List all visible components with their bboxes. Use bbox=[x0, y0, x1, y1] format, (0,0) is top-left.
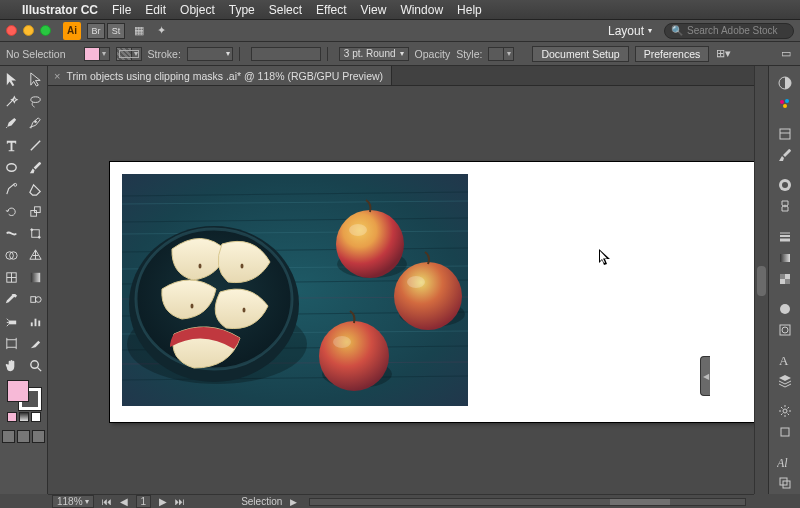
artboard-tool[interactable] bbox=[0, 332, 24, 354]
gradient-panel-icon[interactable] bbox=[769, 247, 801, 269]
pathfinder-panel-icon[interactable] bbox=[769, 472, 801, 494]
arrange-documents-button[interactable]: ▦ bbox=[131, 23, 147, 39]
transparency-panel-icon[interactable] bbox=[769, 268, 801, 290]
align-panel-icon[interactable]: Al bbox=[769, 451, 801, 473]
opacity-label[interactable]: Opacity bbox=[415, 48, 451, 60]
width-tool[interactable] bbox=[0, 222, 24, 244]
menu-edit[interactable]: Edit bbox=[145, 3, 166, 17]
stroke-weight-input[interactable]: ▾ bbox=[187, 47, 233, 61]
placed-image[interactable] bbox=[122, 174, 468, 406]
artboard-prev-icon[interactable]: ◀ bbox=[120, 496, 128, 507]
draw-inside[interactable] bbox=[32, 430, 45, 443]
graphic-style-swatch[interactable]: ▾ bbox=[488, 47, 514, 61]
stroke-color-swatch[interactable]: ▾ bbox=[116, 47, 142, 61]
panel-expand-handle[interactable] bbox=[700, 356, 710, 396]
menu-effect[interactable]: Effect bbox=[316, 3, 346, 17]
hand-tool[interactable] bbox=[0, 354, 24, 376]
blend-tool[interactable] bbox=[24, 288, 48, 310]
menu-window[interactable]: Window bbox=[400, 3, 443, 17]
symbols-panel-icon[interactable] bbox=[769, 196, 801, 218]
artboards-panel-icon[interactable] bbox=[769, 421, 801, 443]
cc-libraries-icon[interactable] bbox=[769, 174, 801, 196]
app-menu[interactable]: Illustrator CC bbox=[22, 3, 98, 17]
scale-tool[interactable] bbox=[24, 200, 48, 222]
type-tool[interactable] bbox=[0, 134, 24, 156]
fill-color-swatch[interactable]: ▾ bbox=[84, 47, 110, 61]
gradient-tool[interactable] bbox=[24, 266, 48, 288]
layers-panel-icon[interactable] bbox=[769, 370, 801, 392]
menu-object[interactable]: Object bbox=[180, 3, 215, 17]
scrollbar-thumb[interactable] bbox=[757, 266, 766, 296]
symbol-sprayer-tool[interactable] bbox=[0, 310, 24, 332]
menu-view[interactable]: View bbox=[361, 3, 387, 17]
color-mode-solid[interactable] bbox=[7, 412, 17, 422]
ellipse-tool[interactable] bbox=[0, 156, 24, 178]
artboard-prev-first-icon[interactable]: ⏮ bbox=[102, 496, 112, 507]
stroke-panel-icon[interactable] bbox=[769, 225, 801, 247]
color-panel-icon[interactable] bbox=[769, 72, 801, 94]
mesh-tool[interactable] bbox=[0, 266, 24, 288]
preferences-button[interactable]: Preferences bbox=[635, 46, 710, 62]
shape-builder-tool[interactable] bbox=[0, 244, 24, 266]
selection-tool[interactable] bbox=[0, 68, 24, 90]
fill-stroke-indicator[interactable] bbox=[7, 380, 41, 410]
variable-width-profile[interactable] bbox=[251, 47, 321, 61]
perspective-grid-tool[interactable] bbox=[24, 244, 48, 266]
window-minimize-button[interactable] bbox=[23, 25, 34, 36]
color-mode-gradient[interactable] bbox=[19, 412, 29, 422]
brushes-panel-icon[interactable] bbox=[769, 145, 801, 167]
menu-file[interactable]: File bbox=[112, 3, 131, 17]
bridge-button[interactable]: Br bbox=[87, 23, 105, 39]
artboard-next-last-icon[interactable]: ⏭ bbox=[175, 496, 185, 507]
artboard[interactable] bbox=[110, 162, 754, 422]
paintbrush-tool[interactable] bbox=[24, 156, 48, 178]
brush-definition-dropdown[interactable]: 3 pt. Round▾ bbox=[339, 47, 409, 61]
direct-selection-tool[interactable] bbox=[24, 68, 48, 90]
menu-type[interactable]: Type bbox=[229, 3, 255, 17]
draw-behind[interactable] bbox=[17, 430, 30, 443]
character-panel-icon[interactable]: A bbox=[769, 349, 801, 371]
document-tab[interactable]: × Trim objects using clipping masks .ai*… bbox=[48, 66, 392, 85]
artboard-number-field[interactable]: 1 bbox=[136, 495, 152, 508]
stock-button[interactable]: St bbox=[107, 23, 125, 39]
horizontal-scrollbar[interactable] bbox=[309, 498, 746, 506]
close-tab-icon[interactable]: × bbox=[54, 70, 60, 82]
canvas-viewport[interactable] bbox=[48, 86, 754, 494]
vertical-scrollbar[interactable] bbox=[754, 66, 768, 494]
transform-panel-icon[interactable]: ▭ bbox=[778, 46, 794, 62]
window-close-button[interactable] bbox=[6, 25, 17, 36]
curvature-tool[interactable] bbox=[24, 112, 48, 134]
zoom-tool[interactable] bbox=[24, 354, 48, 376]
slice-tool[interactable] bbox=[24, 332, 48, 354]
lasso-tool[interactable] bbox=[24, 90, 48, 112]
search-adobe-stock-input[interactable]: 🔍 Search Adobe Stock bbox=[664, 23, 794, 39]
fill-indicator[interactable] bbox=[7, 380, 29, 402]
status-menu-chevron[interactable]: ▶ bbox=[290, 497, 297, 507]
eyedropper-tool[interactable] bbox=[0, 288, 24, 310]
swatches-panel-icon[interactable] bbox=[769, 94, 801, 116]
column-graph-tool[interactable] bbox=[24, 310, 48, 332]
graphic-styles-panel-icon[interactable] bbox=[769, 319, 801, 341]
line-segment-tool[interactable] bbox=[24, 134, 48, 156]
pen-tool[interactable] bbox=[0, 112, 24, 134]
rotate-tool[interactable] bbox=[0, 200, 24, 222]
gpu-button[interactable]: ✦ bbox=[153, 23, 169, 39]
window-zoom-button[interactable] bbox=[40, 25, 51, 36]
asset-export-panel-icon[interactable] bbox=[769, 400, 801, 422]
workspace-switcher[interactable]: Layout▾ bbox=[602, 22, 658, 40]
menu-select[interactable]: Select bbox=[269, 3, 302, 17]
eraser-tool[interactable] bbox=[24, 178, 48, 200]
draw-normal[interactable] bbox=[2, 430, 15, 443]
libraries-panel-icon[interactable] bbox=[769, 123, 801, 145]
scrollbar-thumb[interactable] bbox=[610, 499, 670, 505]
document-setup-button[interactable]: Document Setup bbox=[532, 46, 628, 62]
shaper-tool[interactable] bbox=[0, 178, 24, 200]
menu-help[interactable]: Help bbox=[457, 3, 482, 17]
appearance-panel-icon[interactable] bbox=[769, 298, 801, 320]
artboard-next-icon[interactable]: ▶ bbox=[159, 496, 167, 507]
free-transform-tool[interactable] bbox=[24, 222, 48, 244]
magic-wand-tool[interactable] bbox=[0, 90, 24, 112]
color-mode-none[interactable] bbox=[31, 412, 41, 422]
align-to-button[interactable]: ⊞▾ bbox=[715, 46, 731, 62]
zoom-level-field[interactable]: 118%▾ bbox=[52, 495, 94, 508]
